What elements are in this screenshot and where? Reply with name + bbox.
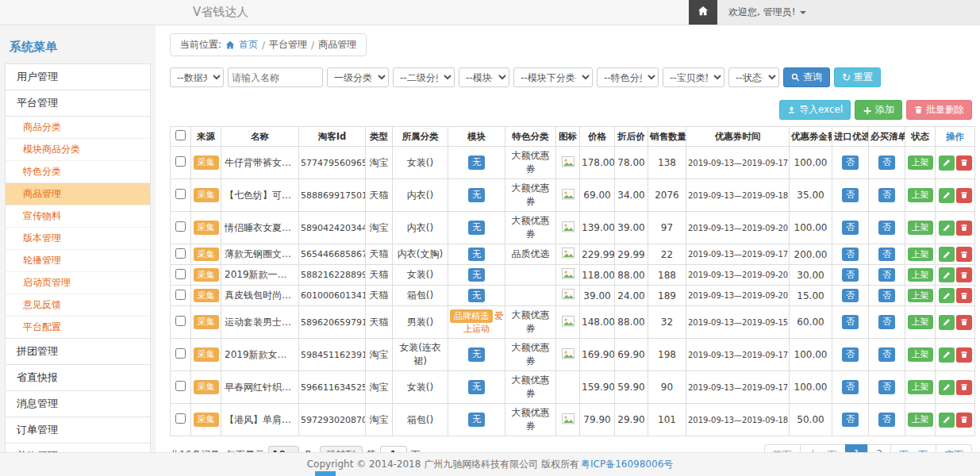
row-checkbox[interactable] — [175, 290, 186, 300]
select-all-checkbox[interactable] — [175, 130, 186, 140]
row-checkbox[interactable] — [175, 248, 186, 259]
table-row: 采集2019新款女秋薄款...598451162391淘宝女装(连衣裙)无大额优… — [171, 339, 975, 371]
cell-module: 品牌精选爱上运动 — [448, 306, 505, 339]
edit-button[interactable] — [939, 188, 955, 203]
page-number-input[interactable] — [380, 446, 407, 452]
cell-status: 上架 — [905, 404, 936, 436]
page-btn-下一页[interactable]: 下一页 — [890, 444, 936, 452]
sidebar-item-拼团管理[interactable]: 拼团管理 — [5, 338, 151, 365]
delete-button[interactable] — [956, 413, 972, 428]
sidebar-subitem-商品管理[interactable]: 商品管理 — [6, 183, 150, 205]
delete-button[interactable] — [956, 267, 972, 282]
batch-delete-button[interactable]: 批量删除 — [906, 100, 972, 120]
page-btn-首页[interactable]: 首页 — [764, 444, 801, 452]
cell-name: 【七色纺】可爱纯棉家... — [221, 179, 299, 212]
edit-button[interactable] — [939, 413, 955, 428]
cell-feature — [505, 265, 556, 286]
delete-button[interactable] — [956, 221, 972, 236]
delete-button[interactable] — [956, 315, 972, 330]
edit-button[interactable] — [939, 247, 955, 262]
product-image-icon — [562, 155, 575, 168]
page-btn-上一页[interactable]: 上一页 — [800, 444, 846, 452]
row-checkbox-cell — [171, 212, 191, 244]
sidebar-item-用户管理[interactable]: 用户管理 — [5, 63, 151, 90]
filter-select-6[interactable]: --状态-- — [728, 67, 779, 87]
filter-select-1[interactable]: --二级分类-- — [393, 67, 455, 87]
badge-上架: 上架 — [908, 155, 933, 170]
delete-button[interactable] — [956, 247, 972, 262]
sidebar-subitem-特色分类[interactable]: 特色分类 — [6, 161, 150, 183]
edit-button[interactable] — [939, 380, 955, 395]
filter-select-data-source[interactable]: --数据来源-- — [170, 67, 224, 87]
sidebar-item-平台管理[interactable]: 平台管理 — [5, 90, 151, 117]
sidebar-item-兑换管理[interactable]: 兑换管理 — [5, 443, 151, 452]
products-table: 来源名称淘客Id类型所属分类模块特色分类图标价格折后价销售数量优惠券时间优惠券金… — [170, 126, 975, 436]
edit-button[interactable] — [939, 267, 955, 282]
cell-must-buy: 否 — [869, 306, 905, 339]
sidebar-subitem-商品分类[interactable]: 商品分类 — [6, 117, 150, 139]
reset-button[interactable]: ↻ 重置 — [834, 67, 881, 87]
filter-select-0[interactable]: 一级分类 — [327, 67, 389, 87]
delete-button[interactable] — [956, 347, 972, 363]
row-checkbox[interactable] — [175, 189, 186, 199]
filter-select-3[interactable]: --模块下分类-- — [513, 67, 593, 87]
edit-button[interactable] — [939, 221, 955, 236]
badge-品牌精选: 品牌精选 — [450, 309, 493, 324]
edit-button[interactable] — [939, 288, 955, 303]
sidebar-subitem-版本管理[interactable]: 版本管理 — [6, 228, 150, 250]
sidebar-subitem-轮播管理[interactable]: 轮播管理 — [6, 250, 150, 272]
cell-coupon-time: 2019-09-13—2019-09-17 — [686, 339, 790, 371]
page-btn-2[interactable]: 2 — [867, 444, 891, 452]
sidebar-item-订单管理[interactable]: 订单管理 — [5, 416, 151, 443]
sidebar-heading: 系统菜单 — [5, 36, 151, 64]
edit-button[interactable] — [939, 315, 955, 330]
row-checkbox[interactable] — [175, 221, 186, 232]
page-btn-末页[interactable]: 末页 — [936, 444, 972, 452]
import-excel-button[interactable]: 导入excel — [779, 100, 851, 120]
cell-must-buy: 否 — [869, 339, 905, 371]
badge-采集: 采集 — [194, 268, 219, 282]
filter-select-4[interactable]: --特色分类-- — [597, 67, 659, 87]
row-checkbox[interactable] — [175, 348, 186, 359]
add-button[interactable]: + 添加 — [855, 100, 902, 120]
breadcrumb-home-link[interactable]: 首页 — [239, 38, 258, 52]
edit-button[interactable] — [939, 155, 955, 171]
select-all-cell — [171, 127, 191, 147]
cell-type: 淘宝 — [366, 371, 393, 404]
sidebar-subitem-平台配置[interactable]: 平台配置 — [6, 317, 150, 338]
page-btn-1[interactable]: 1 — [845, 444, 869, 452]
search-button-label: 查询 — [803, 71, 822, 84]
cell-feature: 大额优惠券 — [505, 179, 556, 212]
sidebar-subitem-启动页管理[interactable]: 启动页管理 — [6, 272, 150, 294]
row-checkbox[interactable] — [175, 381, 186, 391]
delete-button[interactable] — [956, 188, 972, 203]
home-button[interactable] — [689, 0, 717, 25]
delete-button[interactable] — [956, 288, 972, 303]
product-image-icon — [562, 288, 575, 301]
row-checkbox[interactable] — [175, 156, 186, 167]
row-checkbox[interactable] — [175, 269, 186, 279]
column-header-操作: 操作 — [936, 127, 975, 147]
sidebar-item-省直快报[interactable]: 省直快报 — [5, 364, 151, 391]
user-menu[interactable]: 欢迎您, 管理员! — [717, 6, 817, 19]
page-size-select[interactable]: 10 — [268, 446, 299, 452]
delete-button[interactable] — [956, 155, 972, 171]
cell-module: 无 — [448, 147, 505, 179]
row-checkbox[interactable] — [175, 316, 186, 326]
search-button[interactable]: 查询 — [783, 67, 830, 87]
filter-select-5[interactable]: --宝贝类型-- — [663, 67, 724, 87]
sidebar-subitem-意见反馈[interactable]: 意见反馈 — [6, 294, 150, 317]
delete-button[interactable] — [956, 380, 972, 395]
topbar-right: 欢迎您, 管理员! — [689, 0, 980, 25]
product-name-input[interactable] — [228, 67, 323, 87]
sidebar-subitem-模块商品分类[interactable]: 模块商品分类 — [6, 139, 150, 161]
cell-type: 天猫 — [366, 265, 393, 286]
edit-button[interactable] — [939, 347, 955, 363]
row-checkbox[interactable] — [175, 413, 186, 424]
cell-import-select: 否 — [832, 404, 869, 436]
sidebar-item-消息管理[interactable]: 消息管理 — [5, 390, 151, 417]
jump-button[interactable]: 跳转到 — [320, 446, 363, 452]
sidebar-subitem-宣传物料[interactable]: 宣传物料 — [6, 205, 150, 228]
filter-select-2[interactable]: --模块-- — [459, 67, 509, 87]
icp-link[interactable]: 粤ICP备16098006号 — [581, 458, 673, 471]
